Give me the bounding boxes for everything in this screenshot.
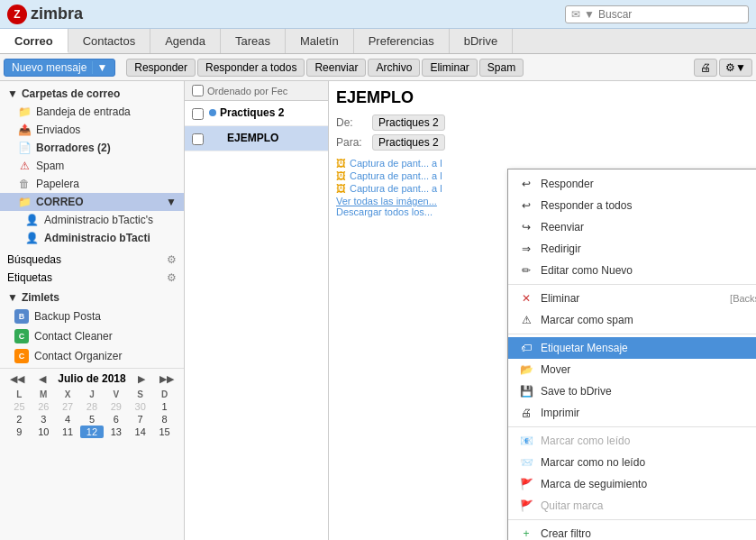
cal-next-next[interactable]: ▶▶ bbox=[157, 373, 177, 385]
busquedas-settings-icon[interactable]: ⚙ bbox=[167, 253, 177, 266]
cal-day[interactable]: 14 bbox=[128, 426, 152, 438]
ctx-save-bdrive[interactable]: 💾 Save to bDrive bbox=[508, 380, 756, 402]
ctx-mover[interactable]: 📂 Mover bbox=[508, 359, 756, 380]
cal-day[interactable]: 13 bbox=[104, 426, 128, 438]
reenviar-button[interactable]: Reenviar bbox=[306, 59, 366, 77]
nuevo-dropdown-arrow[interactable]: ▼ bbox=[92, 61, 107, 74]
busquedas-row[interactable]: Búsquedas ⚙ bbox=[0, 251, 184, 269]
ctx-etiquetar[interactable]: 🏷 Etiquetar Mensaje ▶ bbox=[508, 337, 756, 359]
tab-contactos[interactable]: Contactos bbox=[68, 29, 151, 53]
cal-day[interactable]: 27 bbox=[56, 400, 80, 413]
ctx-reenviar-label: Reenviar bbox=[541, 221, 584, 233]
admin1-label: Administracio bTactic's bbox=[44, 214, 153, 226]
ctx-mark-unread[interactable]: 📨 Marcar como no leído [mu] bbox=[508, 452, 756, 473]
sidebar-item-borradores[interactable]: 📄 Borradores (2) bbox=[0, 139, 184, 157]
tab-agenda[interactable]: Agenda bbox=[150, 29, 221, 53]
cal-day[interactable]: 4 bbox=[56, 413, 80, 426]
msg-checkbox[interactable] bbox=[192, 133, 204, 145]
sidebar-item-correo-folder[interactable]: 📁 CORREO ▼ bbox=[0, 193, 184, 211]
cal-prev[interactable]: ◀ bbox=[36, 373, 49, 385]
ctx-reenviar[interactable]: ↪ Reenviar [f] bbox=[508, 216, 756, 238]
to-value: Practiques 2 bbox=[372, 134, 445, 151]
folder-blue-icon: 📁 bbox=[18, 196, 31, 208]
responder-button[interactable]: Responder bbox=[126, 59, 196, 77]
cal-day[interactable]: 6 bbox=[104, 413, 128, 426]
ctx-editar-nuevo[interactable]: ✏ Editar como Nuevo bbox=[508, 260, 756, 281]
select-all-checkbox[interactable] bbox=[192, 85, 204, 96]
cal-day[interactable]: 26 bbox=[32, 400, 56, 413]
cal-day[interactable]: 30 bbox=[128, 400, 152, 413]
cal-day[interactable]: 1 bbox=[152, 400, 177, 413]
spam-button[interactable]: Spam bbox=[479, 59, 524, 77]
ctx-eliminar[interactable]: ✕ Eliminar [Backspace] bbox=[508, 288, 756, 309]
etiquetas-settings-icon[interactable]: ⚙ bbox=[167, 271, 177, 284]
cal-day[interactable]: 25 bbox=[7, 400, 32, 413]
dropdown-arrow-icon[interactable]: ▼ bbox=[584, 8, 595, 21]
ctx-mark-unread-label: Marcar como no leído bbox=[541, 456, 645, 469]
tab-bdrive[interactable]: bDrive bbox=[450, 29, 514, 53]
more-options-button[interactable]: ⚙▼ bbox=[719, 59, 752, 77]
zimlet-backup[interactable]: B Backup Posta bbox=[0, 307, 184, 326]
detail-to-row: Para: Practiques 2 bbox=[336, 134, 749, 151]
msg-item-ejemplo[interactable]: EJEMPLO bbox=[185, 126, 328, 151]
cal-day[interactable]: 29 bbox=[104, 400, 128, 413]
unflag-icon: 🚩 bbox=[519, 499, 533, 513]
from-label: De: bbox=[336, 116, 372, 129]
ctx-redirigir[interactable]: ⇒ Redirigir bbox=[508, 238, 756, 260]
ctx-spam[interactable]: ⚠ Marcar como spam [ms] bbox=[508, 309, 756, 331]
sidebar-item-papelera[interactable]: 🗑 Papelera bbox=[0, 175, 184, 193]
search-bar[interactable]: ✉ ▼ bbox=[565, 5, 749, 23]
cal-dow-d: D bbox=[152, 389, 177, 400]
archivo-button[interactable]: Archivo bbox=[368, 59, 420, 77]
ctx-responder-todos[interactable]: ↩ Responder a todos [a] bbox=[508, 195, 756, 216]
backup-icon: B bbox=[14, 309, 29, 324]
cal-day[interactable]: 15 bbox=[152, 426, 177, 438]
tab-correo[interactable]: Correo bbox=[0, 29, 68, 53]
search-input[interactable] bbox=[598, 8, 742, 21]
cal-day[interactable]: 9 bbox=[7, 426, 32, 438]
cal-day[interactable]: 7 bbox=[128, 413, 152, 426]
ctx-mark-read[interactable]: 📧 Marcar como leído [mr] bbox=[508, 430, 756, 452]
cal-prev-prev[interactable]: ◀◀ bbox=[7, 373, 27, 385]
carpetas-header[interactable]: ▼ Carpetas de correo bbox=[0, 85, 184, 103]
cal-day[interactable]: 5 bbox=[80, 413, 105, 426]
sort-label: Ordenado por Fec bbox=[207, 86, 287, 96]
cal-day[interactable]: 2 bbox=[7, 413, 32, 426]
attach-item-1[interactable]: 🖼 Captura de pant... a l bbox=[336, 158, 749, 169]
print-icon-button[interactable]: 🖨 bbox=[694, 59, 717, 77]
contact-organizer-icon: C bbox=[14, 349, 29, 363]
ctx-responder[interactable]: ↩ Responder [r] bbox=[508, 173, 756, 195]
cal-day[interactable]: 8 bbox=[152, 413, 177, 426]
cal-day[interactable]: 3 bbox=[32, 413, 56, 426]
msg-item-practiques[interactable]: Practiques 2 bbox=[185, 101, 328, 126]
tab-tareas[interactable]: Tareas bbox=[221, 29, 286, 53]
tab-maletin[interactable]: Maletín bbox=[286, 29, 354, 53]
ctx-flag[interactable]: 🚩 Marca de seguimiento [mf] bbox=[508, 473, 756, 495]
zimlet-contact-cleaner[interactable]: C Contact Cleaner bbox=[0, 326, 184, 346]
msg-checkbox[interactable] bbox=[192, 108, 204, 120]
sidebar-item-admin1[interactable]: 👤 Administracio bTactic's bbox=[0, 211, 184, 229]
zimlets-header[interactable]: ▼ Zimlets bbox=[0, 288, 184, 307]
correo-dropdown-icon[interactable]: ▼ bbox=[166, 196, 177, 208]
sidebar-item-spam[interactable]: ⚠ Spam bbox=[0, 157, 184, 175]
responder-todos-button[interactable]: Responder a todos bbox=[197, 59, 305, 77]
eliminar-button[interactable]: Eliminar bbox=[422, 59, 477, 77]
zimlet-contact-organizer[interactable]: C Contact Organizer bbox=[0, 346, 184, 366]
tab-preferencias[interactable]: Preferencias bbox=[354, 29, 450, 53]
cal-day-today[interactable]: 12 bbox=[80, 426, 105, 438]
sidebar-item-bandeja[interactable]: 📁 Bandeja de entrada bbox=[0, 103, 184, 121]
cal-day[interactable]: 28 bbox=[80, 400, 105, 413]
etiquetas-row[interactable]: Etiquetas ⚙ bbox=[0, 269, 184, 287]
nuevo-mensaje-button[interactable]: Nuevo mensaje ▼ bbox=[4, 59, 115, 77]
ctx-imprimir-label: Imprimir bbox=[541, 407, 579, 419]
from-value: Practiques 2 bbox=[372, 114, 445, 131]
ctx-imprimir[interactable]: 🖨 Imprimir [p] bbox=[508, 402, 756, 424]
sidebar-item-admin2[interactable]: 👤 Administracio bTacti bbox=[0, 229, 184, 247]
cal-day[interactable]: 11 bbox=[56, 426, 80, 438]
cal-day[interactable]: 10 bbox=[32, 426, 56, 438]
ctx-crear-filtro[interactable]: + Crear filtro bbox=[508, 523, 756, 540]
cal-next[interactable]: ▶ bbox=[135, 373, 148, 385]
sidebar-item-enviados[interactable]: 📤 Enviados bbox=[0, 121, 184, 139]
ctx-unflag[interactable]: 🚩 Quitar marca [mf] bbox=[508, 495, 756, 517]
attach-icon-2: 🖼 bbox=[336, 170, 346, 181]
